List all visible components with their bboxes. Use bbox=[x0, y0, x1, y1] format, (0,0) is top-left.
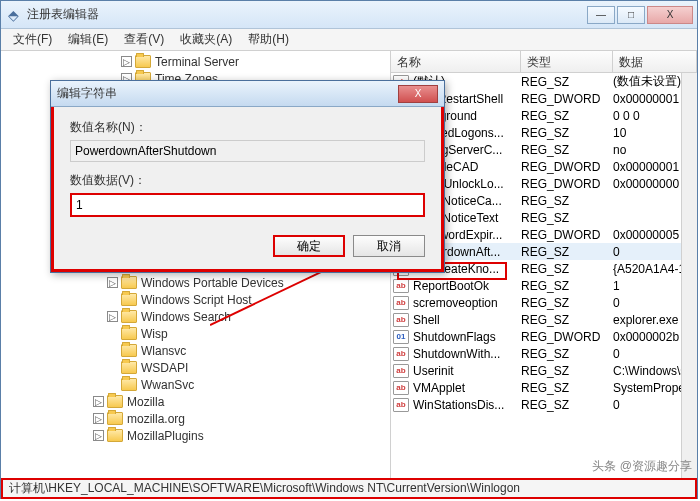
tree-item[interactable]: ▷Mozilla bbox=[1, 393, 390, 410]
expand-icon[interactable]: ▷ bbox=[121, 56, 132, 67]
list-row[interactable]: abVMAppletREG_SZSystemPropert bbox=[391, 379, 697, 396]
expand-icon[interactable]: ▷ bbox=[93, 413, 104, 424]
folder-icon bbox=[135, 55, 151, 68]
folder-icon bbox=[107, 429, 123, 442]
expand-icon[interactable]: ▷ bbox=[107, 311, 118, 322]
window-title: 注册表编辑器 bbox=[27, 6, 585, 23]
string-icon: ab bbox=[393, 347, 409, 361]
list-row[interactable]: abReportBootOkREG_SZ1 bbox=[391, 277, 697, 294]
ok-button[interactable]: 确定 bbox=[273, 235, 345, 257]
header-type[interactable]: 类型 bbox=[521, 51, 613, 72]
string-icon: ab bbox=[393, 296, 409, 310]
expand-icon[interactable]: ▷ bbox=[93, 430, 104, 441]
folder-icon bbox=[121, 293, 137, 306]
value-data-label: 数值数据(V)： bbox=[70, 172, 425, 189]
list-header[interactable]: 名称 类型 数据 bbox=[391, 51, 697, 73]
tree-item[interactable]: ▷Windows Search bbox=[1, 308, 390, 325]
binary-icon: 01 bbox=[393, 330, 409, 344]
folder-icon bbox=[107, 395, 123, 408]
tree-item[interactable]: ▷Windows Portable Devices bbox=[1, 274, 390, 291]
string-icon: ab bbox=[393, 398, 409, 412]
string-icon: ab bbox=[393, 313, 409, 327]
folder-icon bbox=[121, 361, 137, 374]
menu-view[interactable]: 查看(V) bbox=[116, 29, 172, 50]
value-data-input[interactable] bbox=[70, 193, 425, 217]
app-icon: ⬘ bbox=[5, 7, 21, 23]
expand-icon[interactable]: ▷ bbox=[93, 396, 104, 407]
expand-icon[interactable]: ▷ bbox=[107, 277, 118, 288]
list-row[interactable]: 01ShutdownFlagsREG_DWORD0x0000002b (4 bbox=[391, 328, 697, 345]
edit-string-dialog: 编辑字符串 X 数值名称(N)： 数值数据(V)： 确定 取消 bbox=[50, 80, 445, 273]
string-icon: ab bbox=[393, 279, 409, 293]
cancel-button[interactable]: 取消 bbox=[353, 235, 425, 257]
folder-icon bbox=[121, 378, 137, 391]
header-name[interactable]: 名称 bbox=[391, 51, 521, 72]
titlebar[interactable]: ⬘ 注册表编辑器 — □ X bbox=[1, 1, 697, 29]
tree-item[interactable]: ▷Terminal Server bbox=[1, 53, 390, 70]
dialog-title: 编辑字符串 bbox=[57, 85, 398, 102]
watermark: 头条 @资源趣分享 bbox=[592, 458, 692, 475]
scrollbar[interactable] bbox=[681, 73, 697, 478]
statusbar: 计算机\HKEY_LOCAL_MACHINE\SOFTWARE\Microsof… bbox=[1, 478, 697, 499]
folder-icon bbox=[121, 276, 137, 289]
list-row[interactable]: abShutdownWith...REG_SZ0 bbox=[391, 345, 697, 362]
dialog-titlebar[interactable]: 编辑字符串 X bbox=[51, 81, 444, 107]
tree-item[interactable]: Windows Script Host bbox=[1, 291, 390, 308]
string-icon: ab bbox=[393, 381, 409, 395]
string-icon: ab bbox=[393, 364, 409, 378]
folder-icon bbox=[107, 412, 123, 425]
maximize-button[interactable]: □ bbox=[617, 6, 645, 24]
menu-help[interactable]: 帮助(H) bbox=[240, 29, 297, 50]
tree-item[interactable]: ▷MozillaPlugins bbox=[1, 427, 390, 444]
list-row[interactable]: abShellREG_SZexplorer.exe bbox=[391, 311, 697, 328]
list-row[interactable]: abscremoveoptionREG_SZ0 bbox=[391, 294, 697, 311]
folder-icon bbox=[121, 310, 137, 323]
value-name-input bbox=[70, 140, 425, 162]
close-button[interactable]: X bbox=[647, 6, 693, 24]
menubar: 文件(F) 编辑(E) 查看(V) 收藏夹(A) 帮助(H) bbox=[1, 29, 697, 51]
tree-item[interactable]: Wisp bbox=[1, 325, 390, 342]
header-data[interactable]: 数据 bbox=[613, 51, 697, 72]
menu-favorites[interactable]: 收藏夹(A) bbox=[172, 29, 240, 50]
minimize-button[interactable]: — bbox=[587, 6, 615, 24]
value-name-label: 数值名称(N)： bbox=[70, 119, 425, 136]
list-row[interactable]: abWinStationsDis...REG_SZ0 bbox=[391, 396, 697, 413]
menu-edit[interactable]: 编辑(E) bbox=[60, 29, 116, 50]
folder-icon bbox=[121, 327, 137, 340]
folder-icon bbox=[121, 344, 137, 357]
tree-item[interactable]: WSDAPI bbox=[1, 359, 390, 376]
tree-item[interactable]: ▷mozilla.org bbox=[1, 410, 390, 427]
tree-item[interactable]: Wlansvc bbox=[1, 342, 390, 359]
tree-item[interactable]: WwanSvc bbox=[1, 376, 390, 393]
menu-file[interactable]: 文件(F) bbox=[5, 29, 60, 50]
dialog-close-button[interactable]: X bbox=[398, 85, 438, 103]
list-row[interactable]: abUserinitREG_SZC:\Windows\sy bbox=[391, 362, 697, 379]
